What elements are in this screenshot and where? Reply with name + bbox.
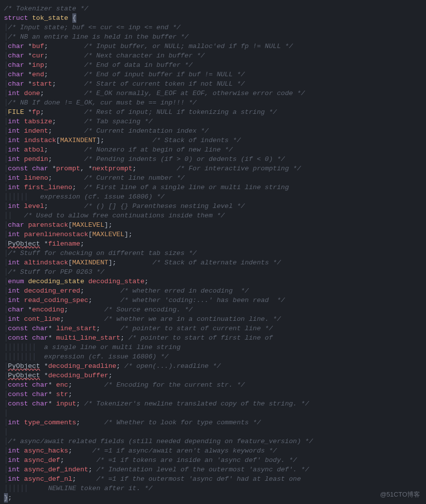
code-line[interactable]: │ char *encoding; /* Source encoding. */ <box>4 305 426 314</box>
code-token: * <box>48 390 56 399</box>
code-line[interactable]: │ │ /* Used to allow free continuations … <box>4 211 426 220</box>
code-token: ; <box>120 333 128 343</box>
code-token: ; <box>76 399 84 408</box>
code-line[interactable]: │ int done; /* E_OK normally, E_EOF at E… <box>4 89 426 98</box>
code-token <box>20 173 24 183</box>
code-token <box>20 474 24 484</box>
code-line[interactable]: │ │ │ │ │ │ │ │ expression (cf. issue 16… <box>4 352 426 361</box>
code-line[interactable]: │ int async_def_indent; /* Indentation l… <box>4 465 426 474</box>
code-line[interactable]: │ PyObject *filename; <box>4 239 426 249</box>
code-token: char <box>32 399 48 408</box>
code-line[interactable]: │ /* Stuff for checking on different tab… <box>4 249 426 258</box>
code-token: char <box>32 164 48 173</box>
code-token: ]; <box>96 136 152 145</box>
code-line[interactable]: │ /* NB If done != E_OK, cur must be == … <box>4 98 426 107</box>
code-token: /* Whether to look for type comments */ <box>105 418 261 427</box>
code-line[interactable]: /* Tokenizer state */ <box>4 4 426 13</box>
code-line[interactable]: │ int async_def_nl; /* =1 if the outermo… <box>4 474 426 484</box>
code-token: int <box>8 258 20 267</box>
code-editor[interactable]: /* Tokenizer state */struct tok_state {│… <box>0 0 426 503</box>
code-line[interactable]: │ char *inp; /* End of data in buffer */ <box>4 60 426 70</box>
code-line[interactable]: │ <box>4 408 426 418</box>
code-line[interactable]: struct tok_state { <box>4 13 426 23</box>
code-token <box>28 399 32 408</box>
code-token: enc <box>56 380 68 390</box>
code-line[interactable]: │ int async_def; /* =1 if tokens are ins… <box>4 455 426 465</box>
code-token: int <box>8 136 20 145</box>
code-line[interactable]: │ <box>4 427 426 437</box>
code-token: /* Input state; buf <= cur <= inp <= end… <box>8 23 180 32</box>
code-token: [ <box>68 220 72 230</box>
code-token: int <box>8 418 20 427</box>
code-token: * <box>48 164 56 173</box>
code-line[interactable]: │ enum decoding_state decoding_state; <box>4 277 426 286</box>
code-token: ; <box>64 305 105 314</box>
code-token: ; <box>44 51 84 60</box>
code-line[interactable]: │ int level; /* () [] {} Parentheses nes… <box>4 202 426 211</box>
code-token: decoding_erred <box>24 286 80 296</box>
code-token: * <box>40 239 48 249</box>
code-line[interactable]: │ /* NB an entire line is held in the bu… <box>4 32 426 42</box>
code-token: nextprompt <box>92 164 132 173</box>
code-token: * <box>24 51 32 60</box>
code-line[interactable]: │ PyObject *decoding_readline; /* open(.… <box>4 361 426 371</box>
code-token: first_lineno <box>24 183 72 192</box>
code-line[interactable]: │ const char* enc; /* Encoding for the c… <box>4 380 426 390</box>
code-line[interactable]: │ │ │ │ │ │ │ │ a single line or multi l… <box>4 343 426 352</box>
code-token <box>12 211 24 220</box>
code-line[interactable]: }; <box>4 493 426 503</box>
code-token: ; <box>48 154 84 164</box>
code-line[interactable]: │ char *end; /* End of input buffer if b… <box>4 70 426 79</box>
code-token: * <box>48 333 56 343</box>
code-line[interactable]: │ int read_coding_spec; /* whether 'codi… <box>4 296 426 305</box>
code-token: int <box>8 230 20 239</box>
code-token: /* pointer to start of current line */ <box>120 324 273 333</box>
code-line[interactable]: │ int cont_line; /* whether we are in a … <box>4 314 426 324</box>
code-line[interactable]: │ PyObject *decoding_buffer; <box>4 371 426 380</box>
code-line[interactable]: │ const char *prompt, *nextprompt; /* Fo… <box>4 164 426 173</box>
code-line[interactable]: │ int pendin; /* Pending indents (if > 0… <box>4 154 426 164</box>
code-token: ; <box>68 446 93 455</box>
code-line[interactable]: │ int tabsize; /* Tab spacing */ <box>4 117 426 126</box>
code-line[interactable]: │ int indstack[MAXINDENT]; /* Stack of i… <box>4 136 426 145</box>
code-line[interactable]: │ FILE *fp; /* Rest of input; NULL if to… <box>4 107 426 117</box>
code-line[interactable]: │ │ │ │ │ │ NEWLINE token after it. */ <box>4 484 426 493</box>
code-line[interactable]: │ const char* line_start; /* pointer to … <box>4 324 426 333</box>
code-line[interactable]: │ /* Input state; buf <= cur <= inp <= e… <box>4 23 426 32</box>
code-line[interactable]: │ int indent; /* Current indentation ind… <box>4 126 426 136</box>
code-line[interactable]: │ int altindstack[MAXINDENT]; /* Stack o… <box>4 258 426 267</box>
code-line[interactable]: │ int parenlinenostack[MAXLEVEL]; <box>4 230 426 239</box>
code-line[interactable]: │ int atbol; /* Nonzero if at begin of n… <box>4 145 426 154</box>
code-token: * <box>40 361 48 371</box>
code-token: prompt <box>56 164 80 173</box>
code-token: * <box>24 60 32 70</box>
code-token: ; <box>40 89 84 98</box>
code-line[interactable]: │ int async_hacks; /* =1 if async/await … <box>4 446 426 455</box>
code-line[interactable]: │ char *start; /* Start of current token… <box>4 79 426 89</box>
code-line[interactable]: │ const char* str; <box>4 390 426 399</box>
code-line[interactable]: │ const char* input; /* Tokenizer's newl… <box>4 399 426 408</box>
code-token: filename <box>48 239 80 249</box>
code-token: /* =1 if async/await aren't always keywo… <box>92 446 277 455</box>
code-token: ; <box>88 296 120 305</box>
code-line[interactable]: │ int decoding_erred; /* whether erred i… <box>4 286 426 296</box>
code-line[interactable]: │ /* Stuff for PEP 0263 */ <box>4 267 426 277</box>
code-token: MAXINDENT <box>60 136 96 145</box>
code-token: /* Stuff for checking on different tab s… <box>8 249 197 258</box>
code-token: ; <box>52 79 84 89</box>
code-token <box>20 418 24 427</box>
code-line[interactable]: │ /* async/await related fields (still n… <box>4 437 426 446</box>
code-token <box>20 145 24 154</box>
code-line[interactable]: │ char parenstack[MAXLEVEL]; <box>4 220 426 230</box>
code-line[interactable]: │ int first_lineno; /* First line of a s… <box>4 183 426 192</box>
code-token: int <box>8 173 20 183</box>
code-line[interactable]: │ │ │ │ │ │ expression (cf. issue 16806)… <box>4 192 426 202</box>
code-line[interactable]: │ char *buf; /* Input buffer, or NULL; m… <box>4 42 426 51</box>
code-line[interactable]: │ const char* multi_line_start; /* point… <box>4 333 426 343</box>
code-line[interactable]: │ char *cur; /* Next character in buffer… <box>4 51 426 60</box>
code-token: /* E_OK normally, E_EOF at EOF, otherwis… <box>84 89 305 98</box>
code-token <box>20 117 24 126</box>
code-line[interactable]: │ int type_comments; /* Whether to look … <box>4 418 426 427</box>
code-token: a single line or multi line string <box>36 343 181 352</box>
code-line[interactable]: │ int lineno; /* Current line number */ <box>4 173 426 183</box>
